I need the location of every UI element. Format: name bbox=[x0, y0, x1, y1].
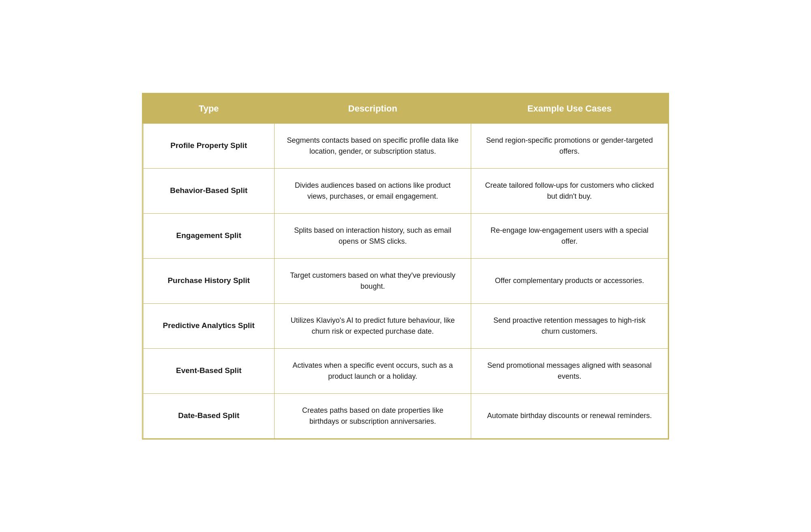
cell-description-0: Segments contacts based on specific prof… bbox=[275, 123, 471, 169]
cell-use-case-6: Automate birthday discounts or renewal r… bbox=[471, 393, 668, 438]
cell-description-5: Activates when a specific event occurs, … bbox=[275, 348, 471, 393]
cell-description-2: Splits based on interaction history, suc… bbox=[275, 213, 471, 258]
cell-use-case-5: Send promotional messages aligned with s… bbox=[471, 348, 668, 393]
split-types-table: Type Description Example Use Cases Profi… bbox=[143, 94, 668, 439]
header-description: Description bbox=[275, 94, 471, 123]
cell-use-case-0: Send region-specific promotions or gende… bbox=[471, 123, 668, 169]
cell-type-2: Engagement Split bbox=[143, 213, 275, 258]
header-use-cases: Example Use Cases bbox=[471, 94, 668, 123]
cell-use-case-1: Create tailored follow-ups for customers… bbox=[471, 168, 668, 213]
header-type: Type bbox=[143, 94, 275, 123]
cell-use-case-4: Send proactive retention messages to hig… bbox=[471, 303, 668, 348]
main-table-container: Type Description Example Use Cases Profi… bbox=[142, 93, 669, 440]
table-row: Engagement SplitSplits based on interact… bbox=[143, 213, 668, 258]
cell-description-3: Target customers based on what they've p… bbox=[275, 258, 471, 303]
cell-type-3: Purchase History Split bbox=[143, 258, 275, 303]
table-header-row: Type Description Example Use Cases bbox=[143, 94, 668, 123]
cell-type-6: Date-Based Split bbox=[143, 393, 275, 438]
table-body: Profile Property SplitSegments contacts … bbox=[143, 123, 668, 439]
cell-use-case-2: Re-engage low-engagement users with a sp… bbox=[471, 213, 668, 258]
cell-type-0: Profile Property Split bbox=[143, 123, 275, 169]
table-row: Behavior-Based SplitDivides audiences ba… bbox=[143, 168, 668, 213]
cell-type-1: Behavior-Based Split bbox=[143, 168, 275, 213]
cell-type-5: Event-Based Split bbox=[143, 348, 275, 393]
cell-description-1: Divides audiences based on actions like … bbox=[275, 168, 471, 213]
table-row: Date-Based SplitCreates paths based on d… bbox=[143, 393, 668, 438]
cell-description-4: Utilizes Klaviyo's AI to predict future … bbox=[275, 303, 471, 348]
table-row: Event-Based SplitActivates when a specif… bbox=[143, 348, 668, 393]
cell-type-4: Predictive Analytics Split bbox=[143, 303, 275, 348]
table-row: Predictive Analytics SplitUtilizes Klavi… bbox=[143, 303, 668, 348]
table-row: Profile Property SplitSegments contacts … bbox=[143, 123, 668, 169]
table-row: Purchase History SplitTarget customers b… bbox=[143, 258, 668, 303]
cell-description-6: Creates paths based on date properties l… bbox=[275, 393, 471, 438]
cell-use-case-3: Offer complementary products or accessor… bbox=[471, 258, 668, 303]
